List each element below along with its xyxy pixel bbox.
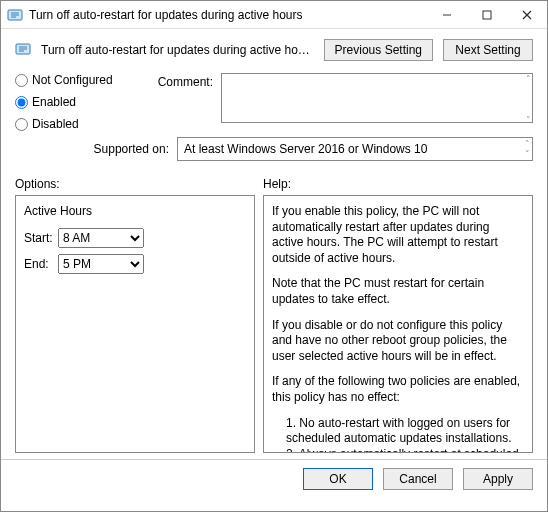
next-setting-button[interactable]: Next Setting [443, 39, 533, 61]
help-text: If you disable or do not configure this … [272, 318, 524, 365]
help-text: 2. Always automatically restart at sched… [272, 447, 524, 453]
help-text: If you enable this policy, the PC will n… [272, 204, 524, 266]
help-text: Note that the PC must restart for certai… [272, 276, 524, 307]
active-hours-heading: Active Hours [24, 204, 246, 218]
end-select[interactable]: 5 PM [58, 254, 144, 274]
policy-icon [7, 7, 23, 23]
comment-textarea[interactable] [221, 73, 533, 123]
start-select[interactable]: 8 AM [58, 228, 144, 248]
window-title: Turn off auto-restart for updates during… [29, 8, 427, 22]
supported-on-value: At least Windows Server 2016 or Windows … [177, 137, 533, 161]
start-label: Start: [24, 231, 52, 245]
help-panel: If you enable this policy, the PC will n… [263, 195, 533, 453]
radio-not-configured[interactable]: Not Configured [15, 73, 125, 87]
comment-label: Comment: [133, 73, 213, 131]
radio-disabled[interactable]: Disabled [15, 117, 125, 131]
maximize-button[interactable] [467, 1, 507, 28]
end-label: End: [24, 257, 52, 271]
close-button[interactable] [507, 1, 547, 28]
help-text: If any of the following two policies are… [272, 374, 524, 405]
help-text: 1. No auto-restart with logged on users … [272, 416, 524, 447]
radio-enabled[interactable]: Enabled [15, 95, 125, 109]
minimize-button[interactable] [427, 1, 467, 28]
options-label: Options: [15, 177, 255, 191]
titlebar: Turn off auto-restart for updates during… [1, 1, 547, 29]
cancel-button[interactable]: Cancel [383, 468, 453, 490]
apply-button[interactable]: Apply [463, 468, 533, 490]
svg-rect-2 [483, 11, 491, 19]
supported-on-label: Supported on: [15, 142, 169, 156]
ok-button[interactable]: OK [303, 468, 373, 490]
footer: OK Cancel Apply [1, 459, 547, 498]
policy-icon [15, 41, 31, 60]
policy-subtitle: Turn off auto-restart for updates during… [41, 43, 314, 57]
header-row: Turn off auto-restart for updates during… [1, 29, 547, 73]
scroll-hints: ˄˅ [525, 138, 530, 160]
previous-setting-button[interactable]: Previous Setting [324, 39, 433, 61]
options-panel: Active Hours Start: 8 AM End: 5 PM [15, 195, 255, 453]
help-label: Help: [263, 177, 291, 191]
scroll-hints: ˄˅ [526, 73, 531, 126]
